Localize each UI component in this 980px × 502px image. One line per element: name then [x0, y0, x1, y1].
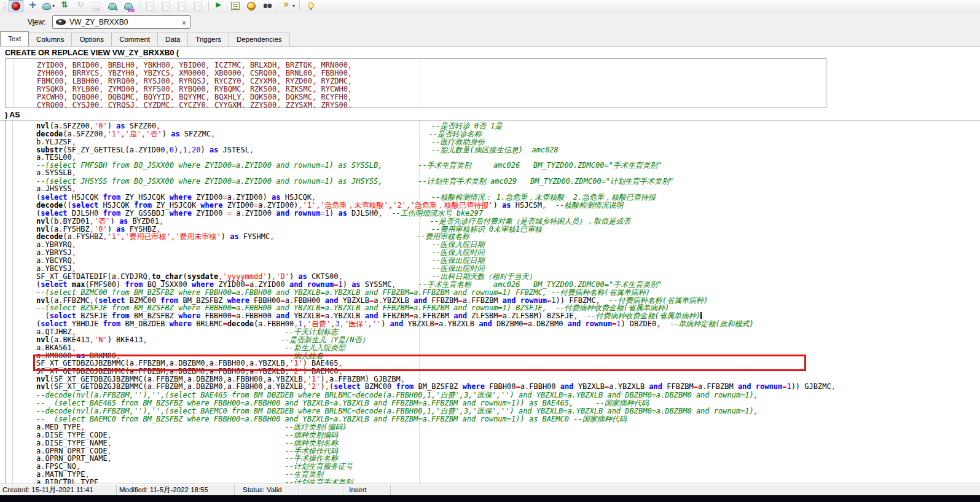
column-list-line: PXCWH0, DQBQ00, DQBQMC, BQYYID, BQYYMC, …: [6, 93, 826, 101]
code-line: SF_XT_GETDBZGJBZBMMC(a.FFBZBM,a.DBZBM0,a…: [0, 367, 980, 375]
code-line: decode((select HSJCQK from ZY_HSJCQK whe…: [0, 200, 980, 208]
compile-invalid-objects-button[interactable]: ▾: [281, 0, 296, 12]
toolbar-separator: [299, 1, 300, 10]
dropdown-caret-icon[interactable]: ▾: [292, 4, 295, 9]
arrows-green-icon: [60, 1, 69, 10]
paste-button: [174, 0, 189, 12]
code-line: -- (select BAEMC0 from BM_BZSFBZ where F…: [0, 414, 980, 422]
status-edit-mode: Insert: [343, 485, 391, 496]
toolbar-separator: [278, 1, 278, 10]
window-list-button[interactable]: [228, 0, 243, 12]
beautifier-button[interactable]: [244, 0, 259, 12]
view-selector-row: View: VW_ZY_BRXXB0 ∨: [0, 12, 980, 33]
sql-editor[interactable]: nvl(a.SFZZ00,'0') as SFZZ00, --是否转诊 0否 1…: [0, 120, 980, 484]
tab-dependencies[interactable]: Dependencies: [229, 33, 290, 46]
toolbar-grip[interactable]: [4, 2, 6, 10]
export-table-button[interactable]: ▾: [41, 0, 56, 12]
toolbar: ▾▾: [0, 0, 980, 12]
code-line: --(select BZSFJE from BM_BZSFBZ where FB…: [0, 303, 980, 311]
code-line: a.MATN_TYPE, --生育类别: [0, 469, 980, 477]
status-spacer: [391, 485, 980, 496]
code-line: nvl(a.SFZZ00,'0') as SFZZ00, --是否转诊 0否 1…: [0, 121, 980, 129]
view-label: View:: [28, 18, 45, 26]
new-object-button[interactable]: [25, 0, 39, 12]
doc-sql-icon: [93, 2, 100, 10]
column-list-line: FBMC00, LBBH00, RYRQ00, RYSJ00, RYRQSJ, …: [6, 77, 826, 85]
code-line: a.YBCYSJ, --医保出院时间: [0, 264, 980, 272]
view-ddl-button[interactable]: [121, 0, 136, 12]
column-list-line: CYRQ00, CYSJ00, CYRQSJ, CYZDMC, CYCZY0, …: [6, 101, 826, 108]
query-data-button[interactable]: [105, 0, 120, 12]
tab-data[interactable]: Data: [158, 33, 188, 46]
db-arrow-icon: [108, 3, 117, 10]
sql-code: nvl(a.SFZZ00,'0') as SFZZ00, --是否转诊 0否 1…: [0, 121, 980, 484]
code-line: a.FPSC_NO, --计划生育服务证号: [0, 461, 980, 469]
sql-as-line: ) AS: [5, 111, 20, 119]
status-bar: Created: 15-11月-2021 11:41 Modified: 11-…: [0, 484, 980, 495]
tab-text[interactable]: Text: [0, 31, 29, 46]
code-line: (select max(FMFS00) from BQ_JSXX00 where…: [0, 280, 980, 288]
doc-icon: [194, 2, 202, 10]
plsql-developer-view-window: ▾▾ View: VW_ZY_BRXXB0 ∨ TextColumnsOptio…: [0, 0, 980, 502]
toolbar-separator: [139, 1, 139, 10]
code-line: nvl(a.FFBZMC,(select BZMC00 from BM_BZSF…: [0, 296, 980, 304]
tab-options[interactable]: Options: [72, 33, 112, 46]
code-line: --decode(nvl(a.FFBZBM,''),'',(select BAE…: [0, 390, 980, 398]
plus-icon: [28, 1, 37, 10]
code-line: SF_XT_GETDBZGJBZBMMC(a.FFBZBM,a.DBZBM0,a…: [0, 359, 980, 367]
code-line: substr(SF_ZY_GETTESL(a.ZYID00,0),1,20) a…: [0, 145, 980, 153]
doc-icon: [178, 2, 186, 10]
code-line: (select YBHDJE from BM_DBZDEB where BRLB…: [0, 319, 980, 327]
column-list-line: RYSQK0, RYLB00, ZYMD00, RYFS00, RYBQ00, …: [6, 85, 826, 93]
execute-button[interactable]: [212, 0, 227, 12]
db-ddl-icon: [124, 3, 133, 10]
find-button[interactable]: [260, 0, 275, 12]
code-line: a.YBRYRQ, --医保入院日期: [0, 240, 980, 248]
macro-record-button[interactable]: [9, 0, 23, 12]
tab-triggers[interactable]: Triggers: [188, 33, 229, 46]
code-line: a.BKA561, --新生儿入院类型: [0, 343, 980, 351]
status-validity: Status: Valid: [235, 485, 299, 496]
status-empty-cell: [299, 485, 343, 496]
dropdown-caret-icon[interactable]: ▾: [52, 4, 55, 9]
tab-columns[interactable]: Columns: [29, 33, 72, 46]
ball-yellow-icon: [247, 2, 256, 10]
code-line: (select BZSFJE from BM_BZSFBZ where FBBH…: [0, 311, 980, 319]
binoculars-icon: [263, 1, 272, 10]
help-hint-button[interactable]: [303, 0, 318, 12]
text-tab-content: CREATE OR REPLACE VIEW VW_ZY_BRXXB0 ( ZY…: [0, 47, 980, 484]
view-combobox[interactable]: VW_ZY_BRXXB0 ∨: [52, 15, 190, 29]
code-line: --(select BZMC00 from BM_BZSFBZ where FB…: [0, 288, 980, 296]
chevron-down-icon[interactable]: ∨: [182, 19, 186, 26]
code-line: nvl(a.BKE413,'N') BKE413, --是否新生儿（Y是/N否）: [0, 335, 980, 343]
refresh-button[interactable]: [57, 0, 72, 12]
delete-button: [190, 0, 205, 12]
text-cursor: [700, 312, 702, 319]
bottom-dark-strip: [0, 495, 980, 502]
code-line: --decode(nvl(a.FFBZBM,''),'',(select BAE…: [0, 406, 980, 414]
view-icon: [56, 18, 67, 26]
rotate-icon: [76, 1, 85, 10]
bulb-icon: [306, 1, 315, 10]
code-line: -- (select BAE465 from BM_BZSFBZ where F…: [0, 398, 980, 406]
tab-comment[interactable]: Comment: [112, 33, 158, 46]
chevrons-icon: [283, 1, 292, 10]
code-line: a.DISE_TYPE_CODE, --病种类别编码: [0, 430, 980, 438]
code-line: nvl(SF_XT_GETDBZGJBZBMMC(a.FFBZBM,a.DBZB…: [0, 382, 980, 390]
view-combobox-value: VW_ZY_BRXXB0: [69, 18, 182, 26]
copy-button: [159, 0, 173, 12]
column-list-panel[interactable]: ZYID00, BRID00, BRBLH0, YBKH00, YBID00, …: [5, 58, 826, 108]
code-line: --(select JHSYSS from BQ_JSXX00 where ZY…: [0, 176, 980, 184]
code-line: nvl(a.FYSHBZ,'0') as FYSHBZ, --费用审核标识 0未…: [0, 224, 980, 232]
status-created: Created: 15-11月-2021 11:41: [0, 485, 117, 496]
doc-icon: [146, 2, 154, 10]
code-line: a.YBRYSJ, --医保入院时间: [0, 248, 980, 256]
code-line: nvl(b.BYZD01,'否') as BYZD01, --是否先诊疗后付费对…: [0, 216, 980, 224]
cut-button: [143, 0, 157, 12]
recompile-button: [73, 0, 88, 12]
play-icon: [215, 1, 224, 10]
column-list-line: ZYH000, BRRYCS, YBZYH0, YBZYCS, XM0000, …: [6, 69, 826, 77]
code-line: --(select FMFSBH from BQ_JSXX00 where ZY…: [0, 160, 980, 168]
code-line: nvl(SF_XT_GETDBZGJBZBMMC(a.FFBZBM,a.DBZB…: [0, 375, 980, 383]
status-modified: Modified: 11-5月-2022 18:55: [117, 485, 235, 496]
